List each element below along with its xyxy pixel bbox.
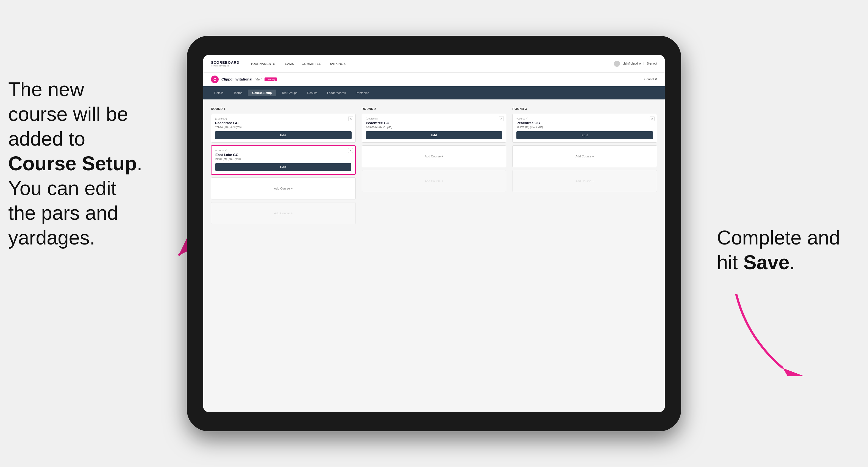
nav-link-tournaments[interactable]: TOURNAMENTS: [250, 62, 275, 65]
round1-course-a-delete-button[interactable]: ✕: [348, 116, 353, 121]
round2-add-course-button[interactable]: Add Course +: [362, 145, 506, 167]
round2-course-a-label: (Course A): [366, 117, 502, 120]
round3-add-course-disabled: Add Course +: [512, 170, 657, 192]
round1-course-a-detail: Yellow (M) (6629 yds): [215, 126, 351, 129]
round2-add-course-disabled: Add Course +: [362, 170, 506, 192]
round2-course-a-card: (Course A) Peachtree GC Yellow (M) (6629…: [362, 114, 506, 143]
round1-course-b-edit-button[interactable]: Edit: [215, 163, 351, 171]
round1-add-course-disabled: Add Course +: [211, 202, 356, 224]
round3-course-a-card: (Course A) Peachtree GC Yellow (M) (6629…: [512, 114, 657, 143]
nav-user: blair@clippd.io | Sign out: [614, 61, 657, 67]
round1-course-b-card: (Course B) East Lake GC Black (M) (6891 …: [211, 145, 356, 175]
round2-add-course-label: Add Course +: [425, 155, 443, 158]
left-annotation: The new course will be added to Course S…: [8, 77, 179, 250]
annotation-line3: added to: [8, 128, 85, 150]
rounds-grid: Round 1 (Course A) Peachtree GC Yellow (…: [211, 107, 657, 227]
round2-course-a-name: Peachtree GC: [366, 121, 502, 125]
separator: |: [644, 62, 644, 65]
right-annotation-save-bold: Save: [743, 251, 789, 273]
round2-course-a-delete-button[interactable]: ✕: [499, 116, 504, 121]
arrow-right-icon: [714, 288, 808, 376]
round1-course-a-name: Peachtree GC: [215, 121, 351, 125]
avatar: [614, 61, 620, 67]
tablet-device: SCOREBOARD Powered by clippd TOURNAMENTS…: [187, 36, 681, 431]
nav-link-teams[interactable]: TEAMS: [283, 62, 294, 65]
tab-results[interactable]: Results: [303, 90, 322, 96]
tab-teams[interactable]: Teams: [229, 90, 247, 96]
tab-leaderboards[interactable]: Leaderboards: [323, 90, 350, 96]
nav-link-rankings[interactable]: RANKINGS: [329, 62, 346, 65]
round1-add-course-button[interactable]: Add Course +: [211, 178, 356, 199]
round3-course-a-edit-button[interactable]: Edit: [517, 131, 653, 139]
sign-out-link[interactable]: Sign out: [647, 62, 657, 65]
nav-brand: SCOREBOARD Powered by clippd: [211, 60, 240, 67]
tab-tee-groups[interactable]: Tee Groups: [277, 90, 302, 96]
round3-course-a-delete-button[interactable]: ✕: [650, 116, 655, 121]
brand-subtitle: Powered by clippd: [211, 65, 240, 67]
round3-add-course-label: Add Course +: [576, 155, 594, 158]
round1-course-b-detail: Black (M) (6891 yds): [215, 157, 351, 160]
right-annotation: Complete and hit Save.: [717, 225, 860, 275]
round3-course-a-detail: Yellow (M) (6629 yds): [517, 126, 653, 129]
round1-course-b-delete-button[interactable]: ✕: [348, 148, 353, 153]
annotation-line6: the pars and: [8, 202, 118, 224]
round-2-title: Round 2: [362, 107, 506, 111]
round3-course-a-label: (Course A): [517, 117, 653, 120]
annotation-line7: yardages.: [8, 227, 95, 249]
tab-details[interactable]: Details: [210, 90, 228, 96]
brand-title: SCOREBOARD: [211, 60, 240, 65]
round-1-column: Round 1 (Course A) Peachtree GC Yellow (…: [211, 107, 356, 227]
round-3-title: Round 3: [512, 107, 657, 111]
tablet-screen: SCOREBOARD Powered by clippd TOURNAMENTS…: [203, 55, 665, 412]
annotation-line4-suffix: .: [137, 152, 142, 175]
main-content: Round 1 (Course A) Peachtree GC Yellow (…: [203, 99, 665, 412]
nav-links: TOURNAMENTS TEAMS COMMITTEE RANKINGS: [250, 62, 614, 65]
tournament-badge: Hosting: [265, 77, 277, 81]
user-email: blair@clippd.io: [623, 62, 641, 65]
tab-bar: Details Teams Course Setup Tee Groups Re…: [203, 86, 665, 99]
round-1-title: Round 1: [211, 107, 356, 111]
right-annotation-line2-suffix: .: [789, 251, 795, 273]
round2-course-a-edit-button[interactable]: Edit: [366, 131, 502, 139]
nav-link-committee[interactable]: COMMITTEE: [302, 62, 321, 65]
tournament-name: Clippd Invitational: [221, 77, 252, 81]
right-annotation-line1: Complete and: [717, 227, 840, 249]
round1-course-b-name: East Lake GC: [215, 153, 351, 157]
tournament-bar: C Clippd Invitational (Men) Hosting Canc…: [203, 72, 665, 86]
round2-add-course-disabled-label: Add Course +: [425, 179, 443, 183]
tournament-sub: (Men): [255, 78, 262, 81]
round1-add-course-disabled-label: Add Course +: [274, 212, 293, 215]
round-2-column: Round 2 (Course A) Peachtree GC Yellow (…: [362, 107, 506, 227]
round1-course-a-label: (Course A): [215, 117, 351, 120]
annotation-line4-bold: Course Setup: [8, 152, 137, 175]
round-3-column: Round 3 (Course A) Peachtree GC Yellow (…: [512, 107, 657, 227]
top-nav: SCOREBOARD Powered by clippd TOURNAMENTS…: [203, 55, 665, 72]
right-annotation-line2-prefix: hit: [717, 251, 743, 273]
round1-course-b-label: (Course B): [215, 149, 351, 152]
tournament-logo: C: [211, 75, 219, 83]
tab-printables[interactable]: Printables: [351, 90, 374, 96]
annotation-line2: course will be: [8, 103, 128, 125]
cancel-button[interactable]: Cancel ✕: [644, 77, 657, 81]
tab-course-setup[interactable]: Course Setup: [248, 90, 276, 96]
round1-add-course-label: Add Course +: [274, 187, 293, 190]
round3-add-course-button[interactable]: Add Course +: [512, 145, 657, 167]
round3-add-course-disabled-label: Add Course +: [576, 179, 594, 183]
round3-course-a-name: Peachtree GC: [517, 121, 653, 125]
round1-course-a-card: (Course A) Peachtree GC Yellow (M) (6629…: [211, 114, 356, 143]
round1-course-a-edit-button[interactable]: Edit: [215, 131, 351, 139]
annotation-line5: You can edit: [8, 177, 117, 199]
round2-course-a-detail: Yellow (M) (6629 yds): [366, 126, 502, 129]
annotation-line1: The new: [8, 78, 84, 100]
